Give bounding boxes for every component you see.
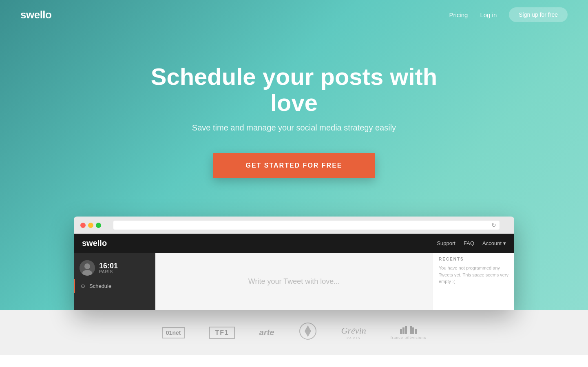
pricing-link[interactable]: Pricing	[449, 11, 468, 18]
minimize-button-dot	[88, 223, 93, 228]
brand-tfi: TF1	[209, 327, 234, 339]
close-button-dot	[80, 223, 86, 228]
schedule-label: Schedule	[89, 283, 111, 289]
sidebar-user: 16:01 PARIS	[74, 257, 155, 279]
recents-title: RECENTS	[439, 257, 508, 261]
user-city: PARIS	[99, 270, 118, 274]
app-nav: swello Support FAQ Account ▾	[74, 234, 514, 253]
app-faq-link[interactable]: FAQ	[464, 240, 474, 246]
user-time: 16:01	[99, 262, 118, 270]
browser-window: ↻ swello Support FAQ Account ▾	[74, 217, 514, 310]
app-logo: swello	[82, 239, 107, 248]
browser-dots	[80, 223, 101, 228]
app-compose-area[interactable]: Write your Tweet with love...	[155, 253, 433, 310]
refresh-icon: ↻	[491, 222, 496, 228]
logo: swello	[20, 9, 51, 21]
hero-content: Schedule your posts with love Save time …	[0, 29, 588, 204]
app-content: swello Support FAQ Account ▾	[74, 234, 514, 310]
compose-placeholder: Write your Tweet with love...	[248, 277, 340, 286]
app-recents-panel: RECENTS You have not programmed any Twee…	[433, 253, 514, 310]
app-account-menu[interactable]: Account ▾	[482, 240, 506, 246]
app-body: 16:01 PARIS ⊙ Schedule Write your Tweet …	[74, 253, 514, 310]
browser-mockup: ↻ swello Support FAQ Account ▾	[0, 217, 588, 310]
brand-grevin: Grévin PARIS	[341, 325, 366, 340]
user-info: 16:01 PARIS	[99, 262, 118, 274]
svg-point-1	[84, 263, 90, 269]
url-bar: ↻	[113, 221, 500, 230]
brand-carrefour	[299, 322, 317, 343]
brand-01net: 01net	[162, 327, 185, 338]
hero-subtitle: Save time and manage your social media s…	[192, 123, 396, 133]
sidebar-schedule-item[interactable]: ⊙ Schedule	[74, 279, 155, 293]
app-nav-right: Support FAQ Account ▾	[437, 240, 506, 246]
brands-bar: 01net TF1 arte Grévin PARIS france télév…	[0, 310, 588, 355]
svg-marker-4	[305, 325, 311, 337]
hero-title: Schedule your posts with love	[135, 64, 453, 116]
maximize-button-dot	[96, 223, 101, 228]
app-support-link[interactable]: Support	[437, 240, 455, 246]
brand-france-televisions: france télévisions	[391, 326, 427, 340]
recents-text: You have not programmed any Tweets yet. …	[439, 265, 508, 285]
main-nav: swello Pricing Log in Sign up for free	[0, 0, 588, 29]
nav-right: Pricing Log in Sign up for free	[449, 7, 568, 22]
hero-section: swello Pricing Log in Sign up for free S…	[0, 0, 588, 310]
login-link[interactable]: Log in	[480, 11, 497, 18]
signup-button[interactable]: Sign up for free	[509, 7, 568, 22]
brand-arte: arte	[259, 328, 274, 337]
avatar	[80, 260, 95, 276]
browser-chrome: ↻	[74, 217, 514, 234]
cta-button[interactable]: GET STARTED FOR FREE	[213, 153, 375, 178]
chevron-down-icon: ▾	[503, 240, 506, 246]
app-sidebar: 16:01 PARIS ⊙ Schedule	[74, 253, 155, 310]
clock-icon: ⊙	[81, 283, 85, 289]
